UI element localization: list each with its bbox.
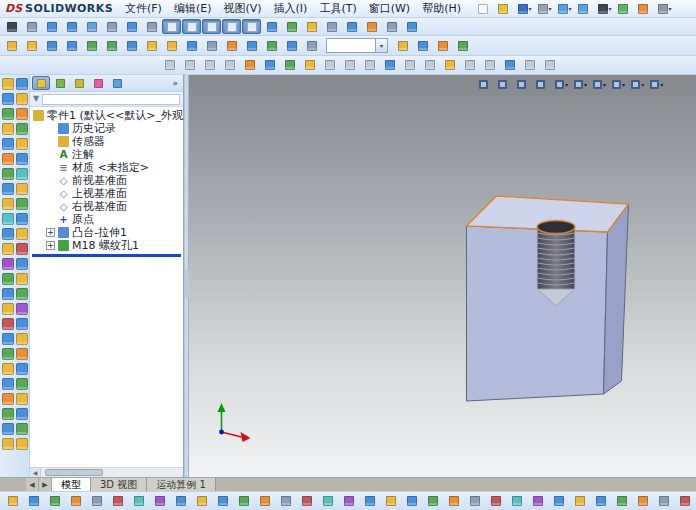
toolbar-icon[interactable]	[444, 494, 463, 509]
toolbar-icon[interactable]	[507, 494, 526, 509]
dimxpertmanager-tab-icon[interactable]	[89, 76, 107, 90]
toolbar-icon[interactable]	[16, 303, 28, 315]
toolbar-icon[interactable]	[16, 108, 28, 120]
zoom-in-out-icon[interactable]	[82, 19, 101, 34]
document-tab[interactable]: 运动算例 1	[147, 478, 216, 491]
sketch-icon[interactable]	[433, 38, 452, 53]
scene-icon[interactable]	[382, 19, 401, 34]
view-settings-icon[interactable]: ▾	[648, 77, 665, 92]
toolbar-icon[interactable]	[339, 494, 358, 509]
toolbar-icon[interactable]	[16, 153, 28, 165]
toolbar-icon[interactable]	[16, 78, 28, 90]
rebuild-icon[interactable]: ▾	[615, 1, 634, 16]
toolbar-icon[interactable]	[16, 168, 28, 180]
graphics-area[interactable]	[189, 75, 696, 477]
menu-item[interactable]: 插入(I)	[268, 0, 314, 17]
display-style-icon[interactable]	[322, 19, 341, 34]
toolbar-icon[interactable]	[213, 494, 232, 509]
toolbar-icon[interactable]	[570, 494, 589, 509]
rib-icon[interactable]	[222, 38, 241, 53]
rollback-bar[interactable]	[32, 254, 181, 257]
hide-show-items-icon[interactable]: ▾	[591, 77, 608, 92]
toolbar-icon[interactable]	[360, 58, 379, 73]
hidden-lines-visible-icon[interactable]	[202, 19, 221, 34]
toolbar-icon[interactable]	[280, 58, 299, 73]
toolbar-icon[interactable]	[675, 494, 694, 509]
section-view-icon[interactable]: ▾	[534, 77, 551, 92]
lofted-boss-icon[interactable]	[62, 38, 81, 53]
toolbar-icon[interactable]	[480, 58, 499, 73]
mirror-icon[interactable]	[202, 38, 221, 53]
toolbar-icon[interactable]	[16, 363, 28, 375]
linear-pattern-icon[interactable]	[182, 38, 201, 53]
toolbar-icon[interactable]	[180, 58, 199, 73]
toolbar-icon[interactable]	[2, 78, 14, 90]
toolbar-icon[interactable]	[486, 494, 505, 509]
toolbar-icon[interactable]	[465, 494, 484, 509]
toolbar-icon[interactable]	[220, 58, 239, 73]
toolbar-icon[interactable]	[420, 58, 439, 73]
toolbar-icon[interactable]	[549, 494, 568, 509]
toolbar-icon[interactable]	[16, 243, 28, 255]
toolbar-icon[interactable]	[200, 58, 219, 73]
expand-icon[interactable]: +	[46, 228, 55, 237]
camera-view-icon[interactable]	[282, 19, 301, 34]
scroll-left-icon[interactable]: ◀	[30, 468, 41, 477]
appearance-icon[interactable]	[362, 19, 381, 34]
tree-item[interactable]: + M18 螺纹孔1	[30, 239, 183, 252]
toolbar-icon[interactable]	[460, 58, 479, 73]
toolbar-icon[interactable]	[171, 494, 190, 509]
scrollbar-thumb[interactable]	[45, 469, 103, 476]
toolbar-icon[interactable]	[3, 494, 22, 509]
toolbar-icon[interactable]	[16, 438, 28, 450]
toolbar-icon[interactable]	[500, 58, 519, 73]
toolbar-icon[interactable]	[2, 318, 14, 330]
toolbar-icon[interactable]	[255, 494, 274, 509]
toolbar-icon[interactable]	[2, 348, 14, 360]
undo-icon[interactable]: ▾	[555, 1, 574, 16]
toolbar-icon[interactable]	[423, 494, 442, 509]
toolbar-icon[interactable]	[16, 378, 28, 390]
toolbar-icon[interactable]	[234, 494, 253, 509]
measure-icon[interactable]	[393, 38, 412, 53]
select-icon[interactable]: ▾	[595, 1, 614, 16]
menu-item[interactable]: 工具(T)	[313, 0, 362, 17]
reference-geometry-icon[interactable]	[282, 38, 301, 53]
toolbar-icon[interactable]	[2, 273, 14, 285]
toolbar-combobox[interactable]: ▾	[326, 38, 388, 53]
tree-filter-input[interactable]	[42, 94, 180, 105]
tree-item[interactable]: + 传感器	[30, 135, 183, 148]
menu-item[interactable]: 编辑(E)	[168, 0, 218, 17]
hide-show-icon[interactable]	[342, 19, 361, 34]
toolbar-icon[interactable]	[16, 213, 28, 225]
tree-item[interactable]: + 历史记录	[30, 122, 183, 135]
select-arrow-icon[interactable]	[2, 19, 21, 34]
configurationmanager-tab-icon[interactable]	[70, 76, 88, 90]
toolbar-icon[interactable]	[2, 393, 14, 405]
toolbar-icon[interactable]	[2, 93, 14, 105]
toolbar-icon[interactable]	[633, 494, 652, 509]
document-tab[interactable]: 3D 视图	[91, 478, 147, 491]
toolbar-icon[interactable]	[45, 494, 64, 509]
menu-item[interactable]: 文件(F)	[119, 0, 168, 17]
toolbar-icon[interactable]	[160, 58, 179, 73]
toolbar-icon[interactable]	[2, 438, 14, 450]
menu-item[interactable]: 帮助(H)	[416, 0, 467, 17]
file-properties-icon[interactable]: ▾	[635, 1, 654, 16]
toolbar-icon[interactable]	[87, 494, 106, 509]
fillet-icon[interactable]	[142, 38, 161, 53]
zoom-area-icon[interactable]	[62, 19, 81, 34]
previous-view-icon[interactable]	[142, 19, 161, 34]
zoom-fit-icon[interactable]: ▾	[477, 77, 494, 92]
toolbar-icon[interactable]	[16, 258, 28, 270]
shaded-icon[interactable]	[242, 19, 261, 34]
toolbar-icon[interactable]	[192, 494, 211, 509]
toolbar-icon[interactable]	[340, 58, 359, 73]
toolbar-icon[interactable]	[240, 58, 259, 73]
toolbar-icon[interactable]	[16, 423, 28, 435]
tab-nav-button[interactable]: ◀	[26, 478, 39, 491]
options-icon[interactable]: ▾	[655, 1, 674, 16]
toolbar-icon[interactable]	[520, 58, 539, 73]
redo-icon[interactable]: ▾	[575, 1, 594, 16]
toolbar-icon[interactable]	[440, 58, 459, 73]
